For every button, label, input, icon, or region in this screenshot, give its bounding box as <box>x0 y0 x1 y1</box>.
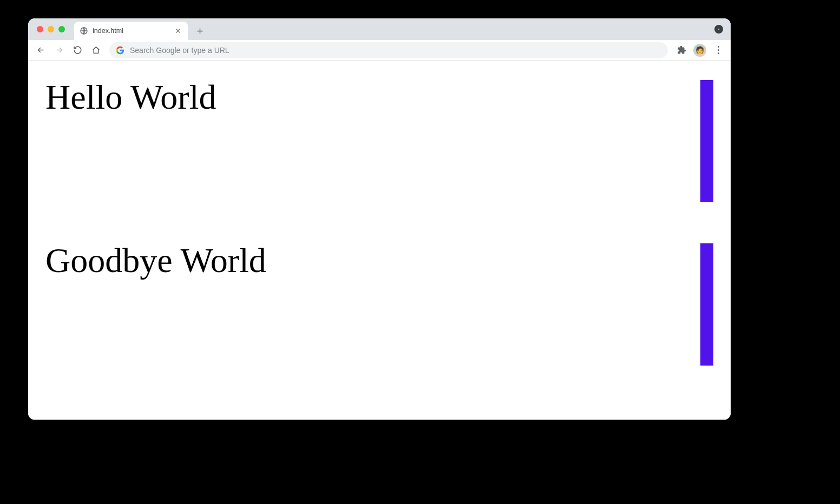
address-bar[interactable]: Search Google or type a URL <box>109 42 668 58</box>
close-window-button[interactable] <box>37 26 43 32</box>
page-viewport: Hello World Goodbye World <box>28 61 731 420</box>
google-icon <box>116 46 124 55</box>
new-tab-button[interactable] <box>192 23 207 38</box>
browser-window: index.html <box>28 18 731 420</box>
heading-goodbye: Goodbye World <box>45 243 713 278</box>
forward-button[interactable] <box>51 42 67 58</box>
window-controls <box>37 26 65 32</box>
accent-bar <box>700 80 713 202</box>
kebab-menu-icon <box>718 46 719 54</box>
tab-strip: index.html <box>28 18 731 40</box>
extensions-button[interactable] <box>673 42 690 58</box>
globe-icon <box>80 26 88 35</box>
minimize-window-button[interactable] <box>48 26 54 32</box>
maximize-window-button[interactable] <box>58 26 65 32</box>
accent-bar <box>700 243 713 366</box>
back-button[interactable] <box>32 42 49 58</box>
page-body: Hello World Goodbye World <box>28 61 731 420</box>
heading-hello: Hello World <box>45 80 713 115</box>
tab-search-button[interactable] <box>714 25 723 34</box>
tab-title: index.html <box>93 27 169 35</box>
section-hello: Hello World <box>45 80 713 241</box>
profile-button[interactable]: 🧑 <box>692 42 708 58</box>
section-goodbye: Goodbye World <box>45 243 713 404</box>
address-bar-placeholder: Search Google or type a URL <box>130 46 229 55</box>
close-tab-button[interactable] <box>174 26 182 35</box>
toolbar: Search Google or type a URL 🧑 <box>28 40 731 61</box>
menu-button[interactable] <box>710 42 726 58</box>
home-button[interactable] <box>88 42 104 58</box>
browser-tab[interactable]: index.html <box>74 22 188 40</box>
avatar-icon: 🧑 <box>693 44 706 57</box>
reload-button[interactable] <box>69 42 86 58</box>
